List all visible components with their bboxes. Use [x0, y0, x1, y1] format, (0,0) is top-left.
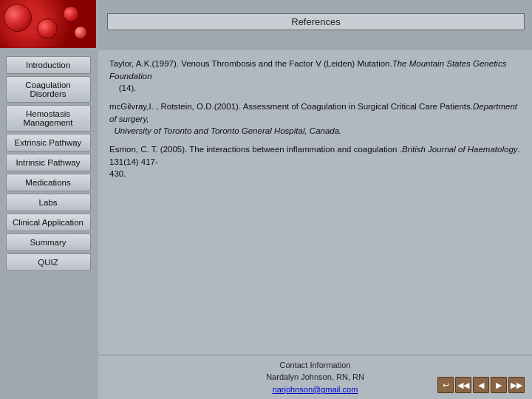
- references-label: References: [291, 16, 340, 27]
- blood-cell-3: [63, 6, 79, 22]
- references-title: References: [107, 13, 525, 30]
- sidebar-item-quiz[interactable]: QUIZ: [6, 253, 91, 271]
- contact-name: Nardalyn Johnson, RN: [266, 372, 348, 381]
- blood-cell-4: [74, 26, 87, 39]
- sidebar-item-coagulation-disorders[interactable]: Coagulation Disorders: [6, 76, 91, 103]
- sidebar: Introduction Coagulation Disorders Hemos…: [0, 50, 96, 399]
- nav-next-end-button[interactable]: ▶▶: [508, 377, 525, 393]
- contact-email-link[interactable]: narjohnson@gmail.com: [273, 385, 358, 394]
- top-banner: [0, 0, 96, 48]
- nav-next-button[interactable]: ▶: [491, 377, 507, 393]
- reference-3: Esmon, C. T. (2005). The interactions be…: [109, 143, 521, 180]
- sidebar-item-clinical-application[interactable]: Clinical Application: [6, 214, 91, 231]
- blood-cell-2: [37, 18, 58, 39]
- sidebar-item-summary[interactable]: Summary: [6, 233, 91, 251]
- reference-2: mcGilvray,I. , Rotstein, O.D.(2001). Ass…: [109, 100, 521, 137]
- nav-prev-prev-button[interactable]: ◀◀: [455, 377, 471, 393]
- sidebar-item-medications[interactable]: Medications: [6, 174, 91, 191]
- banner-image: [0, 0, 96, 48]
- nav-prev-button[interactable]: ◀: [473, 377, 489, 393]
- sidebar-item-intrinsic-pathway[interactable]: Intrinsic Pathway: [6, 154, 91, 171]
- nav-back-start-button[interactable]: ↩: [437, 377, 454, 393]
- nav-arrows: ↩ ◀◀ ◀ ▶ ▶▶: [437, 377, 525, 393]
- sidebar-item-labs[interactable]: Labs: [6, 194, 91, 211]
- main-content: Taylor, A.K.(1997). Venous Thrombosis an…: [98, 50, 532, 355]
- contact-label: Contact Information: [279, 361, 350, 369]
- blood-cell-1: [4, 4, 32, 32]
- sidebar-item-hemostasis-management[interactable]: Hemostasis Management: [6, 105, 91, 132]
- contact-info: Contact Information Nardalyn Johnson, RN…: [266, 359, 364, 396]
- sidebar-item-extrinsic-pathway[interactable]: Extrinsic Pathway: [6, 134, 91, 151]
- reference-1: Taylor, A.K.(1997). Venous Thrombosis an…: [109, 58, 521, 95]
- sidebar-item-introduction[interactable]: Introduction: [6, 56, 91, 74]
